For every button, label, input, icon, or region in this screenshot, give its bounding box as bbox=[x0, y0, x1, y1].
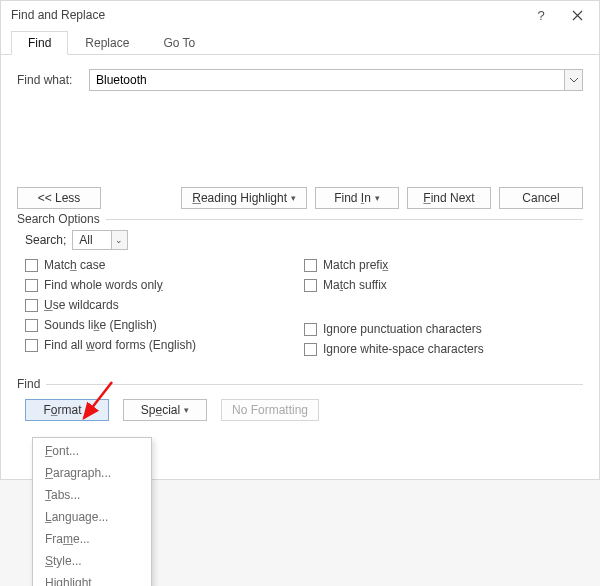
find-group-legend: Find bbox=[17, 377, 46, 391]
cancel-button[interactable]: Cancel bbox=[499, 187, 583, 209]
no-formatting-button: No Formatting bbox=[221, 399, 319, 421]
ignore-punct-label: Ignore punctuation characters bbox=[323, 322, 482, 336]
checkbox-box bbox=[25, 299, 38, 312]
search-direction-label: Search; bbox=[25, 233, 66, 247]
find-next-label: Find Next bbox=[423, 191, 474, 205]
menu-item-frame[interactable]: Frame... bbox=[33, 528, 151, 550]
ignore-punct-checkbox[interactable]: Ignore punctuation characters bbox=[304, 322, 583, 336]
tab-replace-label: Replace bbox=[85, 36, 129, 50]
find-what-field bbox=[89, 69, 583, 91]
close-button[interactable] bbox=[559, 2, 595, 28]
menu-item-font[interactable]: Font... bbox=[33, 440, 151, 462]
menu-item-style[interactable]: Style... bbox=[33, 550, 151, 572]
caret-down-icon: ▾ bbox=[291, 193, 296, 203]
checkbox-box bbox=[25, 319, 38, 332]
match-case-checkbox[interactable]: Match case bbox=[25, 258, 304, 272]
tab-replace[interactable]: Replace bbox=[68, 31, 146, 54]
search-direction-select[interactable]: All ⌄ bbox=[72, 230, 127, 250]
ignore-whitespace-checkbox[interactable]: Ignore white-space characters bbox=[304, 342, 583, 356]
ignore-whitespace-label: Ignore white-space characters bbox=[323, 342, 484, 356]
caret-down-icon: ▾ bbox=[375, 193, 380, 203]
menu-item-language[interactable]: Language... bbox=[33, 506, 151, 528]
whole-words-label: Find whole words only bbox=[44, 278, 163, 292]
match-prefix-checkbox[interactable]: Match prefix bbox=[304, 258, 583, 272]
match-suffix-checkbox[interactable]: Match suffix bbox=[304, 278, 583, 292]
close-icon bbox=[572, 10, 583, 21]
format-button-label: Format bbox=[43, 403, 81, 417]
window-title: Find and Replace bbox=[11, 8, 523, 22]
cancel-button-label: Cancel bbox=[522, 191, 559, 205]
no-formatting-label: No Formatting bbox=[232, 403, 308, 417]
menu-item-highlight[interactable]: Highlight bbox=[33, 572, 151, 586]
reading-highlight-button[interactable]: Reading Highlight▾ bbox=[181, 187, 307, 209]
caret-down-icon: ▾ bbox=[86, 405, 91, 415]
tab-find[interactable]: Find bbox=[11, 31, 68, 55]
match-suffix-label: Match suffix bbox=[323, 278, 387, 292]
menu-item-tabs[interactable]: Tabs... bbox=[33, 484, 151, 506]
dialog-body: Find what: bbox=[1, 55, 599, 187]
find-formatting-group: Find Format▾ Special▾ No Formatting bbox=[17, 384, 583, 421]
find-what-dropdown[interactable] bbox=[564, 70, 582, 90]
wildcards-checkbox[interactable]: Use wildcards bbox=[25, 298, 304, 312]
special-button[interactable]: Special▾ bbox=[123, 399, 207, 421]
format-button[interactable]: Format▾ bbox=[25, 399, 109, 421]
checkbox-box bbox=[25, 339, 38, 352]
help-button[interactable]: ? bbox=[523, 2, 559, 28]
checkbox-box bbox=[25, 279, 38, 292]
less-button-label: << Less bbox=[38, 191, 81, 205]
match-case-label: Match case bbox=[44, 258, 105, 272]
search-options-group: Search Options Search; All ⌄ Match case … bbox=[17, 219, 583, 356]
whole-words-checkbox[interactable]: Find whole words only bbox=[25, 278, 304, 292]
tab-strip: Find Replace Go To bbox=[1, 29, 599, 55]
search-options-legend: Search Options bbox=[17, 212, 106, 226]
find-next-button[interactable]: Find Next bbox=[407, 187, 491, 209]
format-dropdown-menu: Font... Paragraph... Tabs... Language...… bbox=[32, 437, 152, 586]
reading-highlight-label: Reading Highlight bbox=[192, 191, 287, 205]
tab-find-label: Find bbox=[28, 36, 51, 50]
word-forms-label: Find all word forms (English) bbox=[44, 338, 196, 352]
checkbox-box bbox=[304, 279, 317, 292]
wildcards-label: Use wildcards bbox=[44, 298, 119, 312]
checkbox-box bbox=[304, 343, 317, 356]
caret-down-icon: ▾ bbox=[184, 405, 189, 415]
menu-item-paragraph[interactable]: Paragraph... bbox=[33, 462, 151, 484]
checkbox-box bbox=[304, 259, 317, 272]
title-bar: Find and Replace ? bbox=[1, 1, 599, 29]
chevron-down-icon bbox=[570, 78, 578, 83]
find-what-input[interactable] bbox=[90, 70, 564, 90]
tab-goto[interactable]: Go To bbox=[146, 31, 212, 54]
special-button-label: Special bbox=[141, 403, 180, 417]
word-forms-checkbox[interactable]: Find all word forms (English) bbox=[25, 338, 304, 352]
find-what-label: Find what: bbox=[17, 73, 89, 87]
find-replace-dialog: Find and Replace ? Find Replace Go To Fi… bbox=[0, 0, 600, 480]
tab-goto-label: Go To bbox=[163, 36, 195, 50]
find-in-label: Find In bbox=[334, 191, 371, 205]
find-in-button[interactable]: Find In▾ bbox=[315, 187, 399, 209]
search-direction-value: All bbox=[73, 233, 110, 247]
sounds-like-label: Sounds like (English) bbox=[44, 318, 157, 332]
chevron-down-icon: ⌄ bbox=[111, 231, 127, 249]
checkbox-box bbox=[304, 323, 317, 336]
sounds-like-checkbox[interactable]: Sounds like (English) bbox=[25, 318, 304, 332]
checkbox-box bbox=[25, 259, 38, 272]
less-button[interactable]: << Less bbox=[17, 187, 101, 209]
match-prefix-label: Match prefix bbox=[323, 258, 388, 272]
